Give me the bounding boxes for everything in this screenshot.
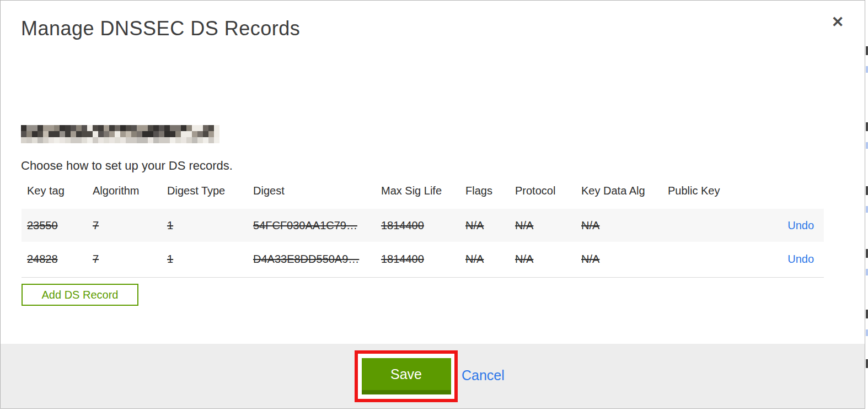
cell-key-tag: 24828 [22,242,93,277]
cancel-link[interactable]: Cancel [462,367,505,383]
cell-digest-type: 1 [167,209,253,242]
close-icon: ✕ [832,14,844,30]
add-ds-record-button[interactable]: Add DS Record [22,284,138,306]
cell-algorithm: 7 [93,242,167,277]
page-title: Manage DNSSEC DS Records [21,17,300,40]
cell-max-sig-life: 1814400 [381,209,465,242]
screen: Manage DNSSEC DS Records ✕ Choose how to… [0,0,868,411]
background-text-fragment [866,359,868,368]
dnssec-modal: Manage DNSSEC DS Records ✕ Choose how to… [0,0,865,409]
close-button[interactable]: ✕ [828,13,847,31]
instruction-text: Choose how to set up your DS records. [21,159,233,173]
background-text-fragment [866,122,868,131]
redacted-domain-name [21,125,219,143]
cell-flags: N/A [465,209,515,242]
undo-link[interactable]: Undo [787,253,814,265]
background-text-fragment [866,206,868,213]
column-header-actions [751,181,824,209]
background-text-fragment [866,186,868,195]
save-button[interactable]: Save [362,358,451,394]
column-header-protocol: Protocol [515,181,581,209]
cell-algorithm: 7 [93,209,167,242]
column-header-key-tag: Key tag [22,181,93,209]
ds-records-table: Key tag Algorithm Digest Type Digest Max… [22,181,824,278]
background-text-fragment [866,249,868,258]
cell-digest-type: 1 [167,242,253,277]
background-text-fragment [866,142,868,149]
column-header-public-key: Public Key [668,181,751,209]
cell-key-tag: 23550 [22,209,93,242]
column-header-flags: Flags [465,181,515,209]
table-row: 23550 7 1 54FCF030AA1C79… 1814400 N/A N/… [22,209,824,242]
background-text-fragment [866,46,868,55]
cell-key-data-alg: N/A [581,209,668,242]
cell-digest: 54FCF030AA1C79… [253,209,381,242]
background-text-fragment [866,329,868,336]
cell-public-key [668,209,751,242]
column-header-algorithm: Algorithm [93,181,167,209]
cell-max-sig-life: 1814400 [381,242,465,277]
background-page-sliver [866,0,868,411]
cell-digest: D4A33E8DD550A9… [253,242,381,277]
cell-flags: N/A [465,242,515,277]
cell-protocol: N/A [515,209,581,242]
cell-public-key [668,242,751,277]
undo-link[interactable]: Undo [787,219,814,231]
background-text-fragment [866,310,868,318]
column-header-key-data-alg: Key Data Alg [581,181,668,209]
cell-key-data-alg: N/A [581,242,668,277]
background-text-fragment [866,269,868,275]
modal-footer: Save Cancel [1,344,865,408]
column-header-digest: Digest [253,181,381,209]
table-header-row: Key tag Algorithm Digest Type Digest Max… [22,181,824,209]
column-header-max-sig-life: Max Sig Life [381,181,465,209]
table-row: 24828 7 1 D4A33E8DD550A9… 1814400 N/A N/… [22,242,824,277]
column-header-digest-type: Digest Type [167,181,253,209]
background-text-fragment [866,66,868,73]
save-highlight-annotation: Save [355,350,458,402]
cell-protocol: N/A [515,242,581,277]
